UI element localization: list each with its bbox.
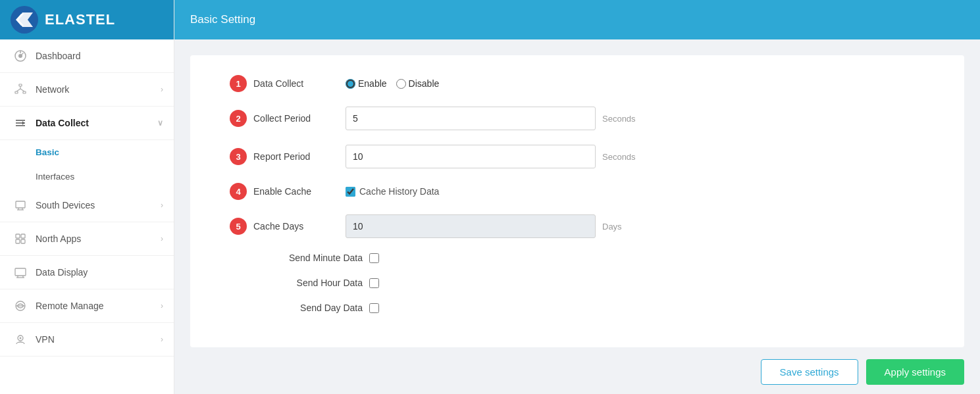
report-period-row: 3 Report Period Seconds [230,145,925,168]
send-day-data-checkbox-label[interactable] [369,303,379,313]
send-minute-row: Send Minute Data [253,253,925,263]
enable-radio-label: Enable [358,78,387,89]
topbar: Basic Setting [174,0,980,39]
step-1-badge: 1 [230,75,247,92]
step-4-badge: 4 [230,183,247,200]
enable-radio-option[interactable]: Enable [346,78,387,89]
enable-cache-label: Enable Cache [253,186,346,197]
svg-rect-5 [19,84,22,86]
network-chevron-icon: › [161,85,163,94]
sidebar-item-remote-manage-label: Remote Manage [36,301,104,311]
remote-manage-chevron-icon: › [161,301,163,310]
svg-rect-18 [16,234,20,238]
cache-days-input[interactable] [346,214,596,238]
send-hour-data-checkbox[interactable] [369,278,379,288]
svg-line-10 [20,89,24,91]
footer-bar: Save settings Apply settings [174,350,980,394]
sidebar-item-data-display-label: Data Display [36,267,88,278]
cache-history-data-checkbox[interactable] [346,187,355,197]
logo-text: ELASTEL [45,11,115,28]
sidebar-item-south-devices-label: South Devices [36,200,95,210]
data-collect-radio-group: Enable Disable [346,78,439,89]
data-collect-chevron-icon: ∨ [157,118,163,128]
svg-line-9 [16,89,20,91]
sidebar-sub-item-interfaces[interactable]: Interfaces [0,164,174,189]
save-settings-button[interactable]: Save settings [761,359,858,385]
sidebar: ELASTEL Dashboard Network › [0,0,174,394]
step-2-badge: 2 [230,110,247,127]
send-minute-data-checkbox[interactable] [369,253,379,263]
report-period-input[interactable] [346,145,596,168]
enable-cache-row: 4 Enable Cache Cache History Data [230,183,925,200]
north-apps-chevron-icon: › [161,234,163,243]
data-display-icon [13,265,28,280]
send-minute-label: Send Minute Data [253,253,369,263]
remote-manage-icon [13,299,28,313]
cache-history-data-checkbox-label[interactable]: Cache History Data [346,186,439,197]
sidebar-logo: ELASTEL [0,0,174,39]
svg-rect-14 [16,201,25,208]
svg-rect-20 [16,239,20,243]
sidebar-item-remote-manage[interactable]: Remote Manage › [0,289,174,323]
svg-rect-22 [15,268,26,276]
disable-radio-option[interactable]: Disable [396,78,440,89]
send-hour-label: Send Hour Data [253,278,369,288]
collect-period-input[interactable] [346,107,596,130]
sidebar-item-data-display[interactable]: Data Display [0,256,174,289]
send-hour-data-checkbox-label[interactable] [369,278,379,288]
disable-radio[interactable] [396,79,406,89]
sidebar-item-vpn[interactable]: VPN › [0,323,174,357]
network-icon [13,82,28,97]
cache-days-row: 5 Cache Days Days [230,214,925,238]
step-5-badge: 5 [230,218,247,235]
svg-rect-7 [23,91,26,93]
svg-rect-6 [15,91,18,93]
cache-days-label: Cache Days [253,221,346,232]
vpn-icon [13,332,28,347]
report-period-label: Report Period [253,151,346,162]
data-collect-label: Data Collect [253,78,346,89]
page-title: Basic Setting [190,13,255,26]
collect-period-label: Collect Period [253,113,346,124]
south-devices-chevron-icon: › [161,201,163,210]
sidebar-item-network[interactable]: Network › [0,73,174,107]
south-devices-icon [13,198,28,212]
send-hour-row: Send Hour Data [253,278,925,288]
main-content: Basic Setting 1 Data Collect Enable Disa… [174,0,980,394]
sidebar-sub-item-basic[interactable]: Basic [0,140,174,164]
data-collect-row: 1 Data Collect Enable Disable [230,75,925,92]
sidebar-item-vpn-label: VPN [36,334,55,345]
send-minute-data-checkbox-label[interactable] [369,253,379,263]
svg-line-4 [22,53,24,55]
report-period-unit: Seconds [602,152,636,162]
svg-rect-19 [21,234,25,238]
elastel-logo-icon [11,6,38,34]
svg-point-29 [20,337,22,339]
sidebar-item-data-collect-label: Data Collect [36,118,89,128]
send-day-data-checkbox[interactable] [369,303,379,313]
sidebar-sub-item-basic-label: Basic [36,147,59,157]
collect-period-unit: Seconds [602,114,636,124]
sidebar-item-south-devices[interactable]: South Devices › [0,189,174,222]
content-area: 1 Data Collect Enable Disable [174,39,980,350]
data-collect-icon [13,116,28,130]
sidebar-sub-item-interfaces-label: Interfaces [36,172,74,182]
svg-rect-21 [21,239,25,243]
sidebar-item-dashboard-label: Dashboard [36,51,81,61]
step-3-badge: 3 [230,148,247,165]
cache-history-data-label: Cache History Data [359,186,439,197]
send-day-label: Send Day Data [253,303,369,313]
sidebar-item-data-collect[interactable]: Data Collect ∨ [0,107,174,140]
dashboard-icon [13,49,28,63]
north-apps-icon [13,232,28,246]
vpn-chevron-icon: › [161,335,163,344]
collect-period-row: 2 Collect Period Seconds [230,107,925,130]
apply-settings-button[interactable]: Apply settings [866,359,964,385]
sidebar-item-north-apps-label: North Apps [36,234,81,244]
send-day-row: Send Day Data [253,303,925,313]
enable-radio[interactable] [346,79,355,89]
sidebar-item-dashboard[interactable]: Dashboard [0,39,174,73]
sidebar-item-north-apps[interactable]: North Apps › [0,222,174,256]
cache-days-unit: Days [602,222,622,232]
settings-card: 1 Data Collect Enable Disable [190,55,964,347]
